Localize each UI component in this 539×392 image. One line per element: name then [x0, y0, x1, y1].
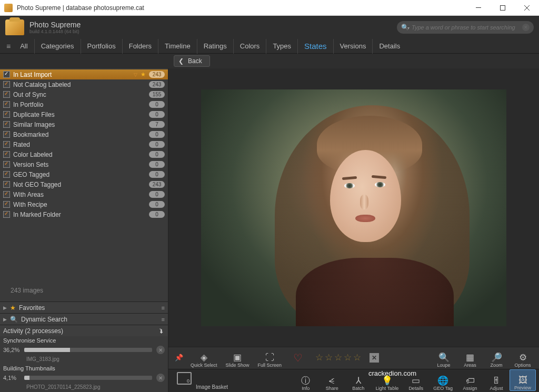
- quick-select-icon: ◈: [201, 353, 207, 362]
- star-icon[interactable]: ☆: [325, 352, 333, 363]
- state-item[interactable]: Not Catalog Labeled243: [0, 79, 168, 89]
- loupe-button[interactable]: 🔍 Loupe: [431, 347, 457, 368]
- checkbox-icon[interactable]: [3, 71, 10, 78]
- rating-stars[interactable]: ☆☆☆☆☆: [310, 352, 366, 363]
- checkbox-icon[interactable]: [3, 91, 10, 98]
- tab-versions[interactable]: Versions: [333, 39, 373, 54]
- checkbox-icon[interactable]: [3, 101, 10, 108]
- state-item[interactable]: Out of Sync155: [0, 89, 168, 99]
- share-button[interactable]: ⪪ Share: [319, 369, 345, 391]
- slide-show-button[interactable]: ▣ Slide Show: [222, 347, 254, 368]
- options-button[interactable]: ⚙ Options: [510, 347, 536, 368]
- state-label: Bookmarked: [13, 131, 146, 138]
- minimize-button[interactable]: [466, 0, 491, 16]
- checkbox-icon[interactable]: [3, 111, 10, 118]
- star-icon[interactable]: ☆: [334, 352, 342, 363]
- tab-details[interactable]: Details: [372, 39, 406, 54]
- state-item[interactable]: In Portfolio0: [0, 99, 168, 109]
- areas-icon: ▦: [466, 353, 474, 362]
- state-label: With Recipe: [13, 201, 146, 208]
- areas-button[interactable]: ▦ Areas: [457, 347, 483, 368]
- activity-menu-icon[interactable]: ⮯: [158, 327, 165, 335]
- activity-header[interactable]: Activity (2 processes) ⮯: [0, 325, 168, 336]
- quick-select-button[interactable]: ◈ Quick Select: [186, 347, 222, 368]
- photo-viewport[interactable]: [168, 68, 539, 347]
- clear-rating-button[interactable]: ✕: [370, 353, 379, 363]
- favorites-panel[interactable]: ▶ ★ Favorites ≡: [0, 301, 168, 313]
- star-icon[interactable]: ☆: [353, 352, 361, 363]
- checkbox-icon[interactable]: [3, 171, 10, 178]
- tab-timeline[interactable]: Timeline: [158, 39, 197, 54]
- chevron-down-icon[interactable]: ▽: [134, 72, 137, 77]
- back-button[interactable]: ❮ Back: [174, 55, 210, 67]
- checkbox-icon[interactable]: [3, 121, 10, 128]
- checkbox-icon[interactable]: [3, 201, 10, 208]
- favorite-heart-icon[interactable]: ♡: [286, 351, 310, 364]
- state-item[interactable]: With Areas0: [0, 189, 168, 199]
- adjust-button[interactable]: 🎚 Adjust: [483, 369, 510, 391]
- state-label: Rated: [13, 141, 146, 148]
- search-dropdown-icon[interactable]: ▾: [407, 26, 410, 31]
- search-container: 🔍 ▾ ✕: [397, 21, 534, 34]
- assign-button[interactable]: 🏷 Assign: [457, 369, 483, 391]
- star-icon[interactable]: ☆: [315, 352, 323, 363]
- checkbox-icon[interactable]: [3, 131, 10, 138]
- tab-all[interactable]: All: [14, 39, 34, 54]
- cancel-job-button[interactable]: ✕: [156, 346, 165, 354]
- checkbox-icon[interactable]: [3, 161, 10, 168]
- tab-portfolios[interactable]: Portfolios: [81, 39, 122, 54]
- geo-tag-button[interactable]: 🌐 GEO Tag: [429, 369, 457, 391]
- preview-button[interactable]: 🖼 Preview: [510, 369, 536, 391]
- tab-types[interactable]: Types: [266, 39, 297, 54]
- state-item[interactable]: Version Sets0: [0, 159, 168, 169]
- close-button[interactable]: [515, 0, 539, 16]
- checkbox-icon[interactable]: [3, 151, 10, 158]
- tab-ratings[interactable]: Ratings: [197, 39, 233, 54]
- pin-icon[interactable]: 📌: [172, 354, 186, 361]
- checkbox-icon[interactable]: [3, 211, 10, 218]
- state-item[interactable]: In Marked Folder0: [0, 209, 168, 219]
- job-percent: 36,2%: [3, 347, 20, 353]
- state-item[interactable]: Color Labeled0: [0, 149, 168, 159]
- state-item[interactable]: With Recipe0: [0, 199, 168, 209]
- activity-label: Activity (2 processes): [3, 327, 158, 335]
- window-title: Photo Supreme | database photosupreme.ca…: [17, 4, 466, 12]
- job-filename: PHOTO_20170114_225823.jpg: [3, 382, 165, 390]
- state-item[interactable]: Rated0: [0, 139, 168, 149]
- state-item[interactable]: Duplicate Files0: [0, 109, 168, 119]
- image-basket-button[interactable]: Image Basket: [172, 369, 233, 391]
- full-screen-button[interactable]: ⛶ Full Screen: [254, 347, 286, 368]
- tab-colors[interactable]: Colors: [233, 39, 266, 54]
- maximize-button[interactable]: [491, 0, 515, 16]
- menu-icon[interactable]: ≡: [3, 42, 14, 51]
- checkbox-icon[interactable]: [3, 81, 10, 88]
- cancel-job-button[interactable]: ✕: [156, 374, 165, 382]
- checkbox-icon[interactable]: [3, 141, 10, 148]
- tag-icon: 🏷: [466, 376, 475, 385]
- state-item[interactable]: In Last Import▽★243: [0, 69, 168, 79]
- zoom-button[interactable]: 🔎 Zoom: [483, 347, 510, 368]
- count-badge: 0: [149, 191, 165, 198]
- state-item[interactable]: GEO Tagged0: [0, 169, 168, 179]
- batch-button[interactable]: ⅄ Batch: [345, 369, 372, 391]
- panel-menu-icon[interactable]: ≡: [162, 305, 165, 311]
- clear-search-button[interactable]: ✕: [522, 24, 530, 31]
- checkbox-icon[interactable]: [3, 191, 10, 198]
- app-build: build 4.1.0.1448 (64 bit): [29, 29, 397, 34]
- tab-folders[interactable]: Folders: [122, 39, 158, 54]
- state-item[interactable]: Bookmarked0: [0, 129, 168, 139]
- count-badge: 0: [149, 211, 165, 218]
- tab-categories[interactable]: Categories: [34, 39, 81, 54]
- panel-menu-icon[interactable]: ≡: [162, 316, 165, 323]
- state-item[interactable]: Similar Images7: [0, 119, 168, 129]
- star-icon[interactable]: ☆: [344, 352, 352, 363]
- tab-states[interactable]: States: [297, 39, 333, 54]
- state-item[interactable]: Not GEO Tagged243: [0, 179, 168, 189]
- adjust-icon: 🎚: [492, 376, 501, 385]
- checkbox-icon[interactable]: [3, 181, 10, 188]
- info-button[interactable]: ⓘ Info: [293, 369, 319, 391]
- search-input[interactable]: [397, 21, 534, 34]
- count-badge: 243: [149, 181, 165, 188]
- state-label: Similar Images: [13, 121, 146, 128]
- dynamic-search-panel[interactable]: ▶ 🔍 Dynamic Search ≡: [0, 313, 168, 325]
